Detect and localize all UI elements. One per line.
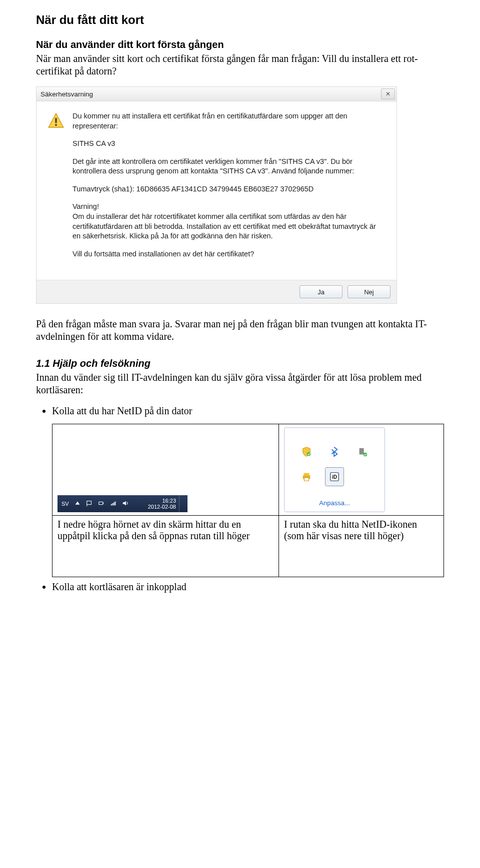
help-intro: Innan du vänder sig till IT-avdelningen … [36,371,444,396]
close-icon: ✕ [386,90,390,97]
svg-rect-8 [110,504,112,506]
netid-label: iD [332,474,337,479]
svg-rect-11 [114,502,116,506]
svg-marker-3 [75,502,80,505]
left-caption: I nedre högra hörnet av din skärm hittar… [52,516,279,577]
dialog-text-line: Vill du fortsätta med installationen av … [72,249,386,259]
intro-paragraph-2: På den frågan måste man svara ja. Svarar… [36,318,444,343]
help-section-heading: 1.1 Hjälp och felsökning [36,358,444,369]
tray-bluetooth-icon[interactable] [326,443,344,461]
screenshot-table: SV [52,424,444,577]
taskbar-clock[interactable]: 16:23 2012-02-08 [148,498,176,510]
right-caption: I rutan ska du hitta NetID-ikonen (som h… [279,516,444,577]
volume-icon[interactable] [122,500,129,508]
tray-printer-icon[interactable] [298,468,316,486]
taskbar-clip: SV [58,437,188,512]
svg-rect-10 [114,502,114,505]
taskbar-time: 16:23 [148,498,176,504]
svg-rect-6 [98,502,102,505]
page-title: När du fått ditt kort [36,13,444,27]
battery-icon[interactable] [98,500,105,508]
show-desktop-button[interactable] [179,495,184,512]
tray-popup: iD Anpassa... [284,427,385,512]
dialog-titlebar: Säkerhetsvarning ✕ [36,87,396,101]
svg-rect-1 [55,118,56,123]
dialog-text-line: SITHS CA v3 [72,139,386,149]
svg-rect-4 [86,501,91,505]
svg-rect-14 [360,448,364,454]
dialog-text-line: Du kommer nu att installera ett certifik… [72,111,386,131]
taskbar-screenshot-cell: SV [52,424,279,516]
dialog-warning-body: Om du installerar det här rotcertifikate… [72,212,376,240]
svg-rect-18 [304,478,308,481]
svg-rect-7 [102,503,104,504]
tray-shield-icon[interactable] [298,443,316,461]
tray-uparrow-icon[interactable] [74,500,81,508]
dialog-yes-button[interactable]: Ja [300,285,342,298]
dialog-text-line: Det går inte att kontrollera om certifik… [72,157,386,176]
tray-screenshot-cell: iD Anpassa... [279,424,444,516]
taskbar-date: 2012-02-08 [148,504,176,510]
dialog-text-line: Varning! Om du installerar det här rotce… [72,202,386,241]
dialog-title: Säkerhetsvarning [40,90,93,98]
taskbar-language[interactable]: SV [62,501,69,507]
dialog-button-bar: Ja Nej [36,280,396,303]
dialog-close-button[interactable]: ✕ [381,88,395,99]
svg-point-2 [55,124,57,126]
intro-paragraph-1: När man använder sitt kort och certifika… [36,52,444,77]
dialog-message: Du kommer nu att installera ett certifik… [68,111,386,267]
svg-rect-16 [304,473,310,475]
warning-icon [48,111,68,267]
flag-icon[interactable] [86,500,93,508]
svg-rect-9 [112,503,113,505]
tray-eject-icon[interactable] [354,443,372,461]
network-icon[interactable] [110,500,117,508]
dialog-warning-label: Varning! [72,202,99,210]
security-warning-dialog: Säkerhetsvarning ✕ Du kommer nu att inst… [36,86,397,304]
taskbar: SV [58,495,188,512]
svg-marker-12 [122,501,126,506]
subsection-heading: När du använder ditt kort första gången [36,39,444,50]
bullet-item: Kolla att du har NetID på din dator [52,405,444,417]
dialog-no-button[interactable]: Nej [348,285,390,298]
tray-customize-link[interactable]: Anpassa... [284,495,384,512]
tray-netid-icon[interactable]: iD [326,468,344,486]
bullet-item: Kolla att kortläsaren är inkopplad [52,581,444,593]
dialog-text-line: Tumavtryck (sha1): 16D86635 AF1341CD 347… [72,184,386,194]
